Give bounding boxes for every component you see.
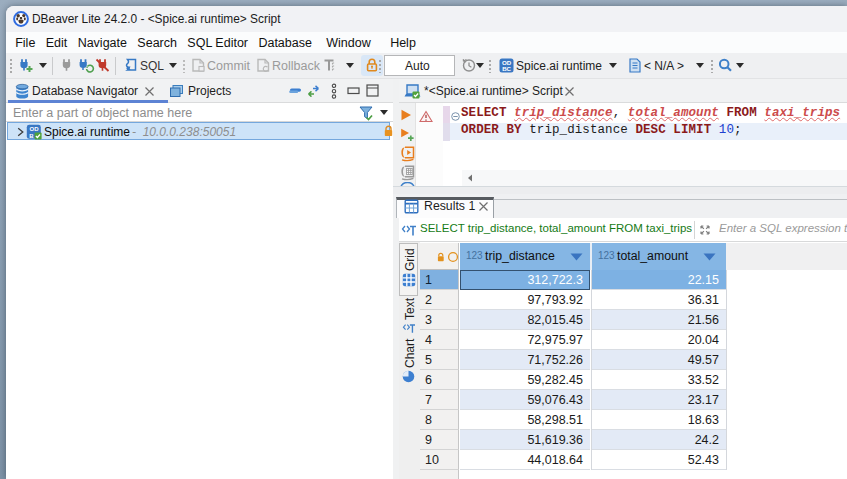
svg-text:B: B bbox=[29, 133, 34, 139]
svg-text:BC: BC bbox=[502, 65, 511, 72]
svg-text:OD: OD bbox=[30, 126, 40, 132]
